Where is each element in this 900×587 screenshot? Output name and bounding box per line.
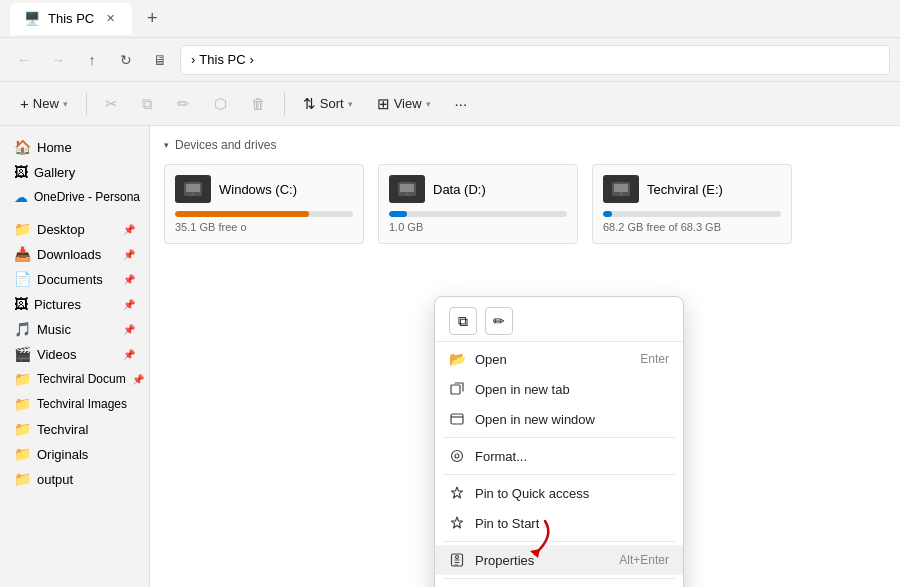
up-button[interactable]: ↑	[78, 46, 106, 74]
cm-open-new-tab-icon	[449, 381, 465, 397]
cm-separator-2	[443, 474, 675, 475]
drive-icon-c	[175, 175, 211, 203]
sidebar-item-documents[interactable]: 📄 Documents 📌	[4, 267, 145, 291]
drive-bar-bg-c	[175, 211, 353, 217]
toolbar-separator	[86, 93, 87, 115]
cm-properties-label: Properties	[475, 553, 534, 568]
techviral-images-icon: 📁	[14, 396, 31, 412]
drive-info-c: 35.1 GB free o	[175, 221, 353, 233]
cm-separator-1	[443, 437, 675, 438]
sidebar-item-pictures[interactable]: 🖼 Pictures 📌	[4, 292, 145, 316]
cm-header-icon-rename[interactable]: ✏	[485, 307, 513, 335]
drive-card-top-d: Data (D:)	[389, 175, 567, 203]
new-chevron: ▾	[63, 99, 68, 109]
devices-section-header[interactable]: ▾ Devices and drives	[160, 136, 890, 154]
cm-item-format[interactable]: Format...	[435, 441, 683, 471]
cm-pin-start-icon	[449, 515, 465, 531]
drive-card-c[interactable]: Windows (C:) 35.1 GB free o	[164, 164, 364, 244]
more-icon: ···	[455, 95, 468, 112]
documents-icon: 📄	[14, 271, 31, 287]
more-button[interactable]: ···	[445, 90, 478, 117]
new-button[interactable]: + New ▾	[10, 90, 78, 117]
svg-rect-4	[400, 184, 414, 192]
drive-card-d[interactable]: Data (D:) 1.0 GB	[378, 164, 578, 244]
sidebar-item-desktop-label: Desktop	[37, 222, 85, 237]
svg-point-8	[620, 193, 623, 196]
sort-button[interactable]: ⇅ Sort ▾	[293, 90, 363, 118]
sidebar-item-techviral-docum[interactable]: 📁 Techviral Docum 📌	[4, 367, 145, 391]
cm-item-open-new-window[interactable]: Open in new window	[435, 404, 683, 434]
title-bar: 🖥️ This PC ✕ +	[0, 0, 900, 38]
cut-button[interactable]: ✂	[95, 90, 128, 118]
new-label: New	[33, 96, 59, 111]
svg-point-5	[406, 193, 409, 196]
sidebar-item-downloads-label: Downloads	[37, 247, 101, 262]
cm-item-properties[interactable]: Properties Alt+Enter	[435, 545, 683, 575]
music-icon: 🎵	[14, 321, 31, 337]
sidebar-item-output[interactable]: 📁 output	[4, 467, 145, 491]
tab-this-pc[interactable]: 🖥️ This PC ✕	[10, 3, 132, 35]
sort-icon: ⇅	[303, 95, 316, 113]
pin-icon-pictures: 📌	[123, 299, 135, 310]
copy-button[interactable]: ⧉	[132, 90, 163, 118]
cm-item-show-more[interactable]: Show more options	[435, 582, 683, 587]
back-button[interactable]: ←	[10, 46, 38, 74]
techviral-icon: 📁	[14, 421, 31, 437]
cm-pin-start-label: Pin to Start	[475, 516, 539, 531]
main-layout: 🏠 Home 🖼 Gallery ☁ OneDrive - Persona 📁 …	[0, 126, 900, 587]
videos-icon: 🎬	[14, 346, 31, 362]
cm-item-open-new-tab[interactable]: Open in new tab	[435, 374, 683, 404]
cm-open-new-window-icon	[449, 411, 465, 427]
drive-bar-fill-e	[603, 211, 612, 217]
share-button[interactable]: ⬡	[204, 90, 237, 118]
sidebar-item-techviral-images[interactable]: 📁 Techviral Images	[4, 392, 145, 416]
cm-header-icon-copy[interactable]: ⧉	[449, 307, 477, 335]
sidebar-item-techviral[interactable]: 📁 Techviral	[4, 417, 145, 441]
sidebar-item-gallery-label: Gallery	[34, 165, 75, 180]
sidebar-item-home[interactable]: 🏠 Home	[4, 135, 145, 159]
refresh-button[interactable]: ↻	[112, 46, 140, 74]
drive-name-d: Data (D:)	[433, 182, 486, 197]
svg-point-13	[455, 454, 459, 458]
toolbar: + New ▾ ✂ ⧉ ✏ ⬡ 🗑 ⇅ Sort ▾ ⊞ View ▾ ···	[0, 82, 900, 126]
sidebar-item-home-label: Home	[37, 140, 72, 155]
view-label: View	[394, 96, 422, 111]
sidebar-item-downloads[interactable]: 📥 Downloads 📌	[4, 242, 145, 266]
drive-bar-fill-c	[175, 211, 309, 217]
sidebar-item-onedrive-label: OneDrive - Persona	[34, 190, 140, 204]
cm-open-new-window-label: Open in new window	[475, 412, 595, 427]
drive-info-e: 68.2 GB free of 68.3 GB	[603, 221, 781, 233]
delete-button[interactable]: 🗑	[241, 90, 276, 117]
sidebar-item-techviral-docum-label: Techviral Docum	[37, 372, 126, 386]
sidebar: 🏠 Home 🖼 Gallery ☁ OneDrive - Persona 📁 …	[0, 126, 150, 587]
cm-item-pin-start[interactable]: Pin to Start	[435, 508, 683, 538]
paste-button[interactable]: ✏	[167, 90, 200, 118]
sidebar-item-desktop[interactable]: 📁 Desktop 📌	[4, 217, 145, 241]
cm-item-open[interactable]: 📂 Open Enter	[435, 344, 683, 374]
pin-icon-music: 📌	[123, 324, 135, 335]
sidebar-item-gallery[interactable]: 🖼 Gallery	[4, 160, 145, 184]
breadcrumb-bar[interactable]: › This PC ›	[180, 45, 890, 75]
content-area: ▾ Devices and drives Windows (C:)	[150, 126, 900, 587]
sidebar-item-techviral-label: Techviral	[37, 422, 88, 437]
sidebar-item-music[interactable]: 🎵 Music 📌	[4, 317, 145, 341]
sidebar-item-onedrive[interactable]: ☁ OneDrive - Persona	[4, 185, 145, 209]
sidebar-item-techviral-images-label: Techviral Images	[37, 397, 127, 411]
new-tab-button[interactable]: +	[138, 5, 166, 33]
cm-format-icon	[449, 448, 465, 464]
forward-button[interactable]: →	[44, 46, 72, 74]
svg-point-12	[452, 451, 463, 462]
view-chevron: ▾	[426, 99, 431, 109]
sidebar-item-originals-label: Originals	[37, 447, 88, 462]
cut-icon: ✂	[105, 95, 118, 113]
cm-item-pin-quick-access[interactable]: Pin to Quick access	[435, 478, 683, 508]
view-button[interactable]: ⊞ View ▾	[367, 90, 441, 118]
drive-card-top-c: Windows (C:)	[175, 175, 353, 203]
onedrive-icon: ☁	[14, 189, 28, 205]
cm-open-icon: 📂	[449, 351, 465, 367]
tab-close-button[interactable]: ✕	[102, 11, 118, 27]
originals-icon: 📁	[14, 446, 31, 462]
drive-card-e[interactable]: Techviral (E:) 68.2 GB free of 68.3 GB	[592, 164, 792, 244]
sidebar-item-originals[interactable]: 📁 Originals	[4, 442, 145, 466]
sidebar-item-videos[interactable]: 🎬 Videos 📌	[4, 342, 145, 366]
